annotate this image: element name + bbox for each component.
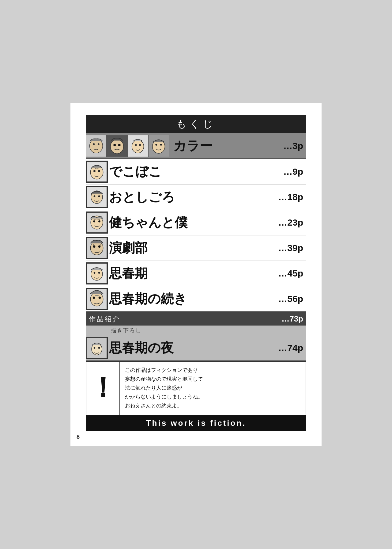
sakuhin-shokai-bar: 作品紹介 …73p <box>86 312 306 326</box>
svg-point-5 <box>111 139 124 154</box>
title-bar: もくじ <box>86 115 306 133</box>
svg-point-42 <box>98 272 100 274</box>
shishunki-yoru-entry: 思春期の夜 …74p <box>86 335 306 361</box>
svg-point-15 <box>160 144 162 146</box>
shishunki-entry: 思春期 …45p <box>86 261 306 286</box>
svg-point-41 <box>94 272 96 274</box>
disclaimer-line-2: 妄想の産物なので現実と混同して <box>125 376 203 382</box>
svg-point-11 <box>139 144 141 146</box>
shishunki-yoru-thumb <box>86 337 108 359</box>
title-text: もくじ <box>176 118 216 129</box>
color-entry: カラー …3p <box>86 133 306 159</box>
kakioroshi-label: 描き下ろし <box>111 327 141 334</box>
svg-point-9 <box>132 140 144 153</box>
color-thumbnails <box>86 135 169 157</box>
kakioroshi-row: 描き下ろし <box>86 326 306 335</box>
otoshigoro-thumb <box>86 186 108 208</box>
shishunki-yoru-page: …74p <box>276 343 306 353</box>
page-number: 8 <box>77 434 80 440</box>
shishunki-thumb <box>86 262 108 284</box>
dekoboko-title: でこぼこ <box>108 163 276 180</box>
svg-point-7 <box>118 144 121 146</box>
thumb-3 <box>127 135 148 157</box>
page: もくじ <box>70 103 322 446</box>
shishunki-yoru-title: 思春期の夜 <box>108 339 276 356</box>
dekoboko-page: …9p <box>276 166 306 177</box>
svg-point-19 <box>93 170 96 172</box>
dekoboko-thumb <box>86 161 108 183</box>
fiction-text: This work is fiction. <box>146 418 246 428</box>
svg-point-29 <box>93 220 95 223</box>
exclamation-box: ！ <box>86 362 120 414</box>
exclamation-mark: ！ <box>89 369 117 407</box>
fiction-bar: This work is fiction. <box>86 415 306 431</box>
thumb-1 <box>86 135 107 157</box>
svg-point-35 <box>98 246 101 248</box>
color-title: カラー <box>172 137 276 154</box>
svg-point-34 <box>93 246 96 248</box>
svg-point-25 <box>98 196 100 197</box>
otoshigoro-title: おとしごろ <box>108 189 276 206</box>
ken-title: 健ちゃんと僕 <box>108 214 276 231</box>
thumb-4 <box>148 135 169 157</box>
svg-point-47 <box>99 297 101 299</box>
color-page: …3p <box>276 141 306 151</box>
otoshigoro-page: …18p <box>276 192 306 202</box>
sakuhin-shokai-page: …73p <box>281 314 303 324</box>
svg-point-20 <box>98 170 100 172</box>
svg-point-30 <box>98 220 100 223</box>
shishunki-page: …45p <box>276 268 306 279</box>
disclaimer-line-1: この作品はフィクションであり <box>125 367 198 373</box>
svg-point-51 <box>94 347 96 349</box>
disclaimer-text: この作品はフィクションであり 妄想の産物なので現実と混同して 法に触れたり人に迷… <box>120 362 306 414</box>
svg-point-52 <box>98 347 100 349</box>
sakuhin-shokai-title: 作品紹介 <box>89 315 281 324</box>
otoshigoro-entry: おとしごろ …18p <box>86 185 306 210</box>
engekibu-title: 演劇部 <box>108 239 276 257</box>
svg-point-3 <box>98 143 100 145</box>
shishunki-tsuzuki-title: 思春期の続き <box>108 290 276 307</box>
ken-thumb <box>86 212 108 234</box>
ken-page: …23p <box>276 217 306 228</box>
dekoboko-entry: でこぼこ …9p <box>86 159 306 185</box>
svg-point-46 <box>93 297 95 299</box>
shishunki-tsuzuki-thumb <box>86 288 108 310</box>
shishunki-tsuzuki-entry: 思春期の続き …56p <box>86 286 306 312</box>
shishunki-title: 思春期 <box>108 265 276 282</box>
disclaimer-line-4: かからないようにしましょうね。 <box>125 394 203 400</box>
disclaimer-line-3: 法に触れたり人に迷惑が <box>125 385 182 391</box>
svg-point-10 <box>135 144 137 146</box>
thumb-2 <box>107 135 127 157</box>
svg-point-6 <box>113 144 116 146</box>
disclaimer-section: ！ この作品はフィクションであり 妄想の産物なので現実と混同して 法に触れたり人… <box>86 361 306 415</box>
svg-point-24 <box>94 196 96 197</box>
engekibu-page: …39p <box>276 243 306 253</box>
disclaimer-line-5: おねえさんとの約束よ。 <box>125 403 182 409</box>
shishunki-tsuzuki-page: …56p <box>276 294 306 304</box>
engekibu-entry: 演劇部 …39p <box>86 235 306 261</box>
ken-entry: 健ちゃんと僕 …23p <box>86 210 306 235</box>
svg-point-14 <box>155 144 157 146</box>
engekibu-thumb <box>86 237 108 259</box>
svg-point-2 <box>93 143 95 145</box>
